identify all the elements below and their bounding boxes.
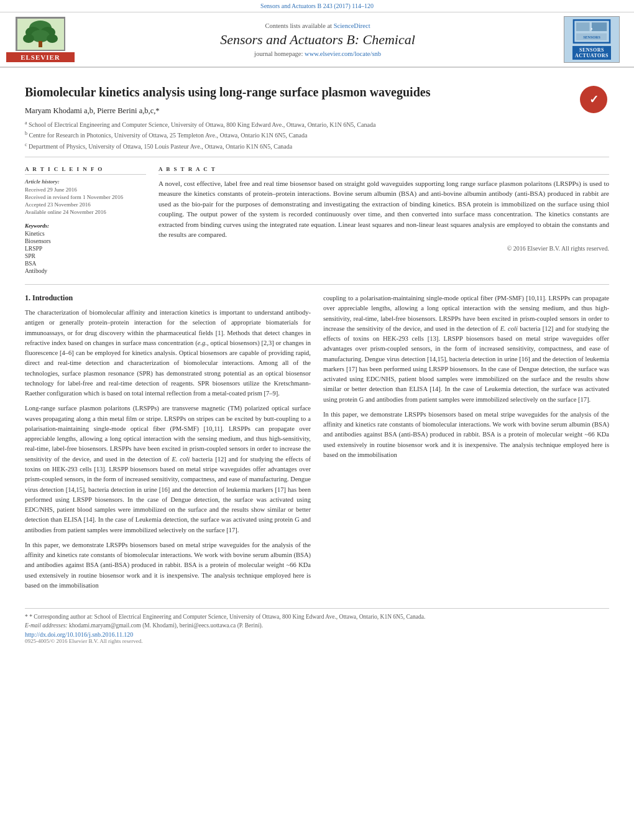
- article-title: Biomolecular kinetics analysis using lon…: [25, 84, 566, 100]
- sensors-logo-svg: SENSORS B: [570, 19, 613, 44]
- issn-line: 0925-4005/© 2016 Elsevier B.V. All right…: [25, 638, 609, 644]
- article-body: Biomolecular kinetics analysis using lon…: [0, 68, 634, 644]
- page: Sensors and Actuators B 243 (2017) 114–1…: [0, 0, 634, 644]
- doi-link[interactable]: http://dx.doi.org/10.1016/j.snb.2016.11.…: [25, 631, 609, 638]
- affiliation-a: a School of Electrical Engineering and C…: [25, 119, 566, 129]
- crossmark-logo[interactable]: ✓: [578, 84, 609, 115]
- abstract-text: A novel, cost effective, label free and …: [158, 178, 609, 240]
- elsevier-tree-icon: [16, 17, 65, 51]
- abstract-col: A B S T R A C T A novel, cost effective,…: [158, 166, 609, 275]
- header-main: ELSEVIER Contents lists available at Sci…: [0, 12, 634, 67]
- journal-homepage-link[interactable]: www.elsevier.com/locate/snb: [305, 50, 381, 57]
- history-received: Received 29 June 2016: [25, 187, 146, 193]
- keyword-kinetics: Kinetics: [25, 231, 146, 237]
- article-title-section: Biomolecular kinetics analysis using lon…: [25, 76, 609, 157]
- main-col-left: 1. Introduction The characterization of …: [25, 293, 311, 596]
- copyright-line: © 2016 Elsevier B.V. All rights reserved…: [158, 245, 609, 252]
- elsevier-tree-svg: [17, 19, 64, 50]
- main-content: 1. Introduction The characterization of …: [25, 293, 609, 596]
- journal-homepage: journal homepage: www.elsevier.com/locat…: [75, 50, 561, 57]
- history-online: Available online 24 November 2016: [25, 209, 146, 215]
- sensors-logo: SENSORS B SENSORSACTUATORS: [561, 16, 623, 63]
- article-info-heading: A R T I C L E I N F O: [25, 166, 146, 175]
- affiliations: a School of Electrical Engineering and C…: [25, 119, 566, 151]
- crossmark-icon: ✓: [580, 86, 607, 113]
- sciencedirect-link: Contents lists available at ScienceDirec…: [75, 22, 561, 29]
- svg-point-7: [47, 34, 58, 43]
- header-center: Contents lists available at ScienceDirec…: [75, 22, 561, 57]
- header-bar: Sensors and Actuators B 243 (2017) 114–1…: [0, 0, 634, 68]
- article-history: Article history: Received 29 June 2016 R…: [25, 178, 146, 215]
- sensors-logo-box: SENSORS B SENSORSACTUATORS: [564, 16, 620, 63]
- svg-rect-10: [576, 22, 590, 31]
- svg-text:SENSORS: SENSORS: [583, 35, 600, 39]
- sciencedirect-anchor[interactable]: ScienceDirect: [334, 22, 370, 29]
- keyword-bsa: BSA: [25, 261, 146, 267]
- elsevier-label: ELSEVIER: [6, 52, 75, 62]
- svg-text:B: B: [591, 27, 593, 30]
- authors: Maryam Khodami a,b, Pierre Berini a,b,c,…: [25, 106, 566, 116]
- keywords-section: Keywords: Kinetics Biosensors LRSPP SPR …: [25, 223, 146, 274]
- journal-title: Sensors and Actuators B: Chemical: [75, 32, 561, 48]
- history-accepted: Accepted 23 November 2016: [25, 201, 146, 208]
- journal-ref: Sensors and Actuators B 243 (2017) 114–1…: [0, 2, 634, 9]
- affiliation-b: b Centre for Research in Photonics, Univ…: [25, 130, 566, 140]
- history-revised: Received in revised form 1 November 2016: [25, 194, 146, 200]
- article-info-abstract: A R T I C L E I N F O Article history: R…: [25, 166, 609, 285]
- elsevier-logo: ELSEVIER: [6, 17, 75, 62]
- corresponding-author-note: * * Corresponding author at: School of E…: [25, 614, 609, 620]
- history-label: Article history:: [25, 178, 146, 185]
- svg-rect-11: [592, 22, 607, 31]
- article-footer: * * Corresponding author at: School of E…: [25, 608, 609, 644]
- intro-body-right: coupling to a polarisation-maintaining s…: [323, 293, 609, 460]
- email-note: E-mail addresses: khodami.maryam@gmail.c…: [25, 622, 609, 629]
- intro-section-title: 1. Introduction: [25, 293, 311, 303]
- article-title-text: Biomolecular kinetics analysis using lon…: [25, 84, 578, 152]
- keyword-lrspp: LRSPP: [25, 246, 146, 252]
- svg-point-4: [31, 30, 50, 42]
- keyword-biosensors: Biosensors: [25, 238, 146, 244]
- article-info-col: A R T I C L E I N F O Article history: R…: [25, 166, 146, 275]
- keyword-spr: SPR: [25, 253, 146, 259]
- main-col-right: coupling to a polarisation-maintaining s…: [323, 293, 609, 596]
- svg-rect-5: [39, 41, 42, 47]
- svg-point-6: [23, 34, 34, 43]
- sensors-actuators-label: SENSORSACTUATORS: [572, 46, 611, 60]
- intro-body-left: The characterization of biomolecular aff…: [25, 308, 311, 591]
- keyword-antibody: Antibody: [25, 268, 146, 274]
- affiliation-c: c Department of Physics, University of O…: [25, 141, 566, 151]
- keywords-label: Keywords:: [25, 223, 146, 229]
- abstract-heading: A B S T R A C T: [158, 166, 609, 175]
